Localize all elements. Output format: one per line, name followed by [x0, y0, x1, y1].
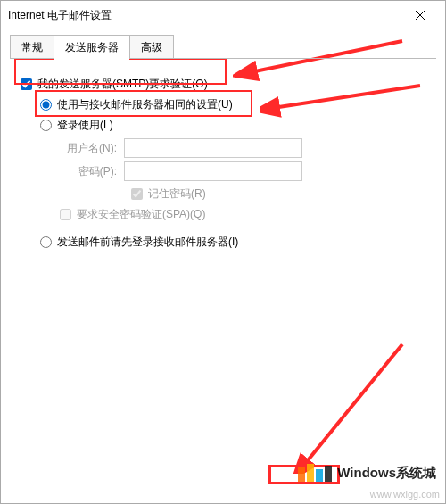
- tab-advanced[interactable]: 高级: [129, 35, 174, 59]
- logon-using-radio[interactable]: [40, 120, 52, 131]
- watermark: Windows系统城: [298, 464, 436, 482]
- tab-strip: 常规 发送服务器 高级: [1, 29, 445, 59]
- username-row: 用户名(N):: [60, 138, 425, 158]
- annotation-highlight-box: [268, 465, 340, 484]
- window-title: Internet 电子邮件设置: [8, 1, 112, 29]
- smtp-auth-row: 我的发送服务器(SMTP)要求验证(O): [21, 77, 425, 92]
- remember-password-label: 记住密码(R): [148, 186, 206, 202]
- windows-logo-icon: [298, 464, 332, 482]
- annotation-arrow-icon: [268, 340, 429, 474]
- password-input: [124, 161, 302, 181]
- same-as-incoming-label[interactable]: 使用与接收邮件服务器相同的设置(U): [57, 97, 233, 112]
- watermark-url: www.wxlgg.com: [370, 489, 440, 500]
- logon-using-label[interactable]: 登录使用(L): [57, 118, 113, 133]
- spa-row: 要求安全密码验证(SPA)(Q): [60, 207, 425, 222]
- username-label: 用户名(N):: [60, 141, 124, 156]
- tab-general[interactable]: 常规: [10, 35, 54, 59]
- spa-checkbox: [60, 209, 71, 220]
- tab-content: 我的发送服务器(SMTP)要求验证(O) 使用与接收邮件服务器相同的设置(U) …: [1, 59, 445, 264]
- login-first-label[interactable]: 发送邮件前请先登录接收邮件服务器(I): [57, 235, 238, 250]
- password-label: 密码(P):: [60, 164, 124, 179]
- same-as-incoming-row: 使用与接收邮件服务器相同的设置(U): [21, 97, 425, 112]
- credentials-group: 用户名(N): 密码(P): 记住密码(R) 要求安全密码验证(SPA)(Q): [21, 138, 425, 222]
- password-row: 密码(P):: [60, 161, 425, 181]
- smtp-auth-label[interactable]: 我的发送服务器(SMTP)要求验证(O): [37, 77, 208, 92]
- titlebar: Internet 电子邮件设置: [1, 1, 445, 29]
- svg-line-4: [304, 344, 402, 465]
- spa-label: 要求安全密码验证(SPA)(Q): [77, 207, 205, 222]
- watermark-text: Windows系统城: [337, 465, 436, 482]
- remember-password-checkbox: [131, 188, 143, 200]
- close-icon: [416, 11, 425, 20]
- dialog-window: Internet 电子邮件设置 常规 发送服务器 高级 我的发送服务器(SMTP…: [0, 0, 446, 504]
- logon-using-row: 登录使用(L): [21, 118, 425, 133]
- login-first-row: 发送邮件前请先登录接收邮件服务器(I): [21, 235, 425, 250]
- close-button[interactable]: [402, 2, 438, 29]
- remember-password-row: 记住密码(R): [60, 186, 425, 202]
- same-as-incoming-radio[interactable]: [40, 99, 52, 111]
- smtp-auth-checkbox[interactable]: [21, 78, 32, 90]
- username-input: [124, 138, 302, 158]
- tab-outgoing-server[interactable]: 发送服务器: [54, 35, 130, 59]
- login-first-radio[interactable]: [40, 236, 52, 248]
